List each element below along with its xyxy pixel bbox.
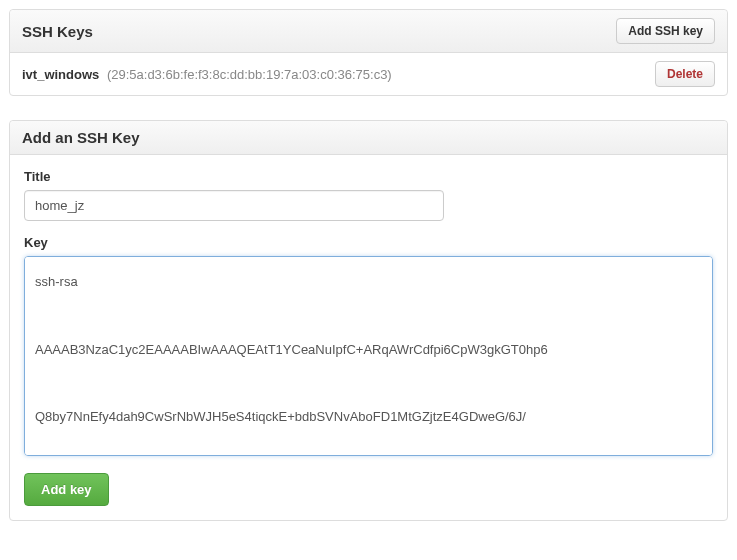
- ssh-keys-panel: SSH Keys Add SSH key ivt_windows (29:5a:…: [9, 9, 728, 96]
- ssh-key-fingerprint: (29:5a:d3:6b:fe:f3:8c:dd:bb:19:7a:03:c0:…: [107, 67, 392, 82]
- title-input[interactable]: [24, 190, 444, 221]
- add-ssh-key-title: Add an SSH Key: [22, 129, 140, 146]
- add-ssh-key-form: Title Key Add key: [10, 155, 727, 520]
- title-group: Title: [24, 169, 713, 221]
- ssh-key-name: ivt_windows: [22, 67, 99, 82]
- key-group: Key: [24, 235, 713, 459]
- key-textarea[interactable]: [24, 256, 713, 456]
- ssh-key-info: ivt_windows (29:5a:d3:6b:fe:f3:8c:dd:bb:…: [22, 67, 392, 82]
- delete-key-button[interactable]: Delete: [655, 61, 715, 87]
- add-key-submit-button[interactable]: Add key: [24, 473, 109, 506]
- ssh-keys-title: SSH Keys: [22, 23, 93, 40]
- add-ssh-key-button[interactable]: Add SSH key: [616, 18, 715, 44]
- title-label: Title: [24, 169, 713, 184]
- ssh-key-row: ivt_windows (29:5a:d3:6b:fe:f3:8c:dd:bb:…: [10, 53, 727, 95]
- add-ssh-key-header: Add an SSH Key: [10, 121, 727, 155]
- key-label: Key: [24, 235, 713, 250]
- add-ssh-key-panel: Add an SSH Key Title Key Add key: [9, 120, 728, 521]
- ssh-keys-header: SSH Keys Add SSH key: [10, 10, 727, 53]
